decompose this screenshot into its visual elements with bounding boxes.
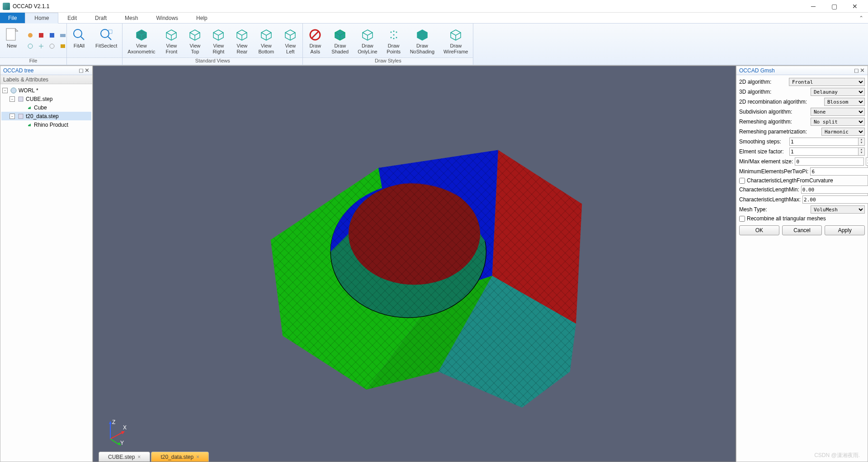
svg-line-58 <box>110 432 123 439</box>
window-title: OCCAD V2.1.1 <box>13 3 49 10</box>
tab-draft[interactable]: Draft <box>86 13 116 23</box>
close-button[interactable]: ✕ <box>844 0 865 13</box>
tool-4[interactable] <box>58 30 68 40</box>
tree-root[interactable]: − WORL * <box>1 86 91 95</box>
fitall-button[interactable]: FitAll <box>68 24 90 57</box>
subdivision-select[interactable]: None <box>811 108 865 116</box>
spinner-icon[interactable]: ▲▼ <box>859 138 865 146</box>
fitselect-icon <box>99 28 113 42</box>
maximize-button[interactable]: ▢ <box>824 0 844 13</box>
tree-panel-title: OCCAD tree <box>3 67 33 74</box>
elementsize-factor-input[interactable] <box>789 148 859 156</box>
draw-noshading-button[interactable]: DrawNoShading <box>406 24 439 57</box>
remeshing-select[interactable]: No split <box>811 118 865 126</box>
undock-icon[interactable]: ◻ <box>854 67 859 74</box>
parametrization-select[interactable]: Harmonic <box>821 128 865 136</box>
tree-item[interactable]: −CUBE.step <box>1 95 91 103</box>
tab-home[interactable]: Home <box>25 13 58 24</box>
min-elements-twopi-input[interactable] <box>810 167 868 176</box>
cancel-button[interactable]: Cancel <box>782 225 822 235</box>
draw-onlyline-button[interactable]: DrawOnlyLine <box>354 24 381 57</box>
labels-attributes-header: Labels & Attributes <box>0 75 92 84</box>
charlen-max-input[interactable] <box>802 195 868 204</box>
recombination-select[interactable]: Blossom <box>824 98 865 106</box>
view-front-button[interactable]: ViewFront <box>160 24 183 57</box>
tool-1[interactable] <box>25 30 35 40</box>
tool-6[interactable] <box>36 41 46 51</box>
tool-7[interactable] <box>47 41 57 51</box>
view-right-button[interactable]: ViewRight <box>207 24 230 57</box>
view-left-button[interactable]: ViewLeft <box>279 24 302 57</box>
file-menu[interactable]: File <box>0 13 25 23</box>
smoothing-input[interactable] <box>789 138 859 146</box>
close-tab-icon[interactable]: × <box>196 454 199 460</box>
step-file-icon <box>17 113 24 120</box>
svg-rect-5 <box>60 34 66 37</box>
svg-text:Z: Z <box>112 419 115 425</box>
fitselect-button[interactable]: FitSeclect <box>91 24 121 57</box>
cube-icon <box>235 28 249 42</box>
tab-windows[interactable]: Windows <box>147 13 187 23</box>
mesh-render <box>93 66 736 462</box>
svg-point-11 <box>101 29 109 38</box>
cube-icon <box>188 28 202 42</box>
style-icon <box>415 28 429 42</box>
svg-point-9 <box>74 29 82 38</box>
svg-marker-1 <box>15 29 18 31</box>
max-element-input[interactable] <box>866 157 868 166</box>
view-rear-button[interactable]: ViewRear <box>231 24 253 57</box>
cube-icon <box>283 28 297 42</box>
tool-2[interactable] <box>36 30 46 40</box>
tab-help[interactable]: Help <box>187 13 217 23</box>
tool-3[interactable] <box>47 30 57 40</box>
curvature-checkbox[interactable] <box>739 178 745 184</box>
collapse-icon[interactable]: − <box>9 114 15 119</box>
ok-button[interactable]: OK <box>739 225 779 235</box>
new-button[interactable]: New <box>1 24 23 57</box>
3d-algorithm-select[interactable]: Delaunay <box>811 88 865 96</box>
document-tab[interactable]: CUBE.step× <box>99 452 150 462</box>
menubar: File Home Edit Draft Mesh Windows Help ⌃ <box>0 13 868 24</box>
tree-item[interactable]: Cube <box>1 103 91 112</box>
view-top-button[interactable]: ViewTop <box>184 24 206 57</box>
tab-edit[interactable]: Edit <box>58 13 86 23</box>
tool-8[interactable] <box>58 41 68 51</box>
apply-button[interactable]: Apply <box>825 225 865 235</box>
svg-point-6 <box>28 44 33 48</box>
undock-icon[interactable]: ◻ <box>79 67 84 74</box>
ribbon-collapse-icon[interactable]: ⌃ <box>854 13 868 23</box>
tree-item[interactable]: Rhino Product <box>1 120 91 129</box>
svg-point-29 <box>393 34 394 36</box>
min-element-input[interactable] <box>795 157 864 166</box>
svg-point-54 <box>349 183 480 285</box>
close-panel-icon[interactable]: ✕ <box>860 67 865 74</box>
draw-asis-button[interactable]: DrawAsIs <box>304 24 326 57</box>
spinner-icon[interactable]: ▲▼ <box>859 148 865 156</box>
world-icon <box>10 87 17 94</box>
view-bottom-button[interactable]: ViewBottom <box>254 24 278 57</box>
tree-item[interactable]: −t20_data.step <box>1 112 91 120</box>
recombine-checkbox[interactable] <box>739 216 745 222</box>
2d-algorithm-select[interactable]: Frontal <box>789 78 865 86</box>
minimize-button[interactable]: ─ <box>803 0 824 13</box>
svg-rect-3 <box>39 33 43 38</box>
svg-line-12 <box>108 37 111 40</box>
draw-shaded-button[interactable]: DrawShaded <box>327 24 353 57</box>
draw-points-button[interactable]: DrawPoints <box>382 24 405 57</box>
close-tab-icon[interactable]: × <box>137 454 141 460</box>
draw-wireframe-button[interactable]: DrawWireFrame <box>439 24 472 57</box>
collapse-icon[interactable]: − <box>9 96 15 102</box>
3d-viewport[interactable]: Z X Y CUBE.step×t20_data.step× <box>93 66 736 462</box>
svg-point-25 <box>390 32 392 33</box>
document-tab[interactable]: t20_data.step× <box>151 452 209 462</box>
view-axonometric-button[interactable]: ViewAxonometric <box>123 24 159 57</box>
collapse-icon[interactable]: − <box>2 88 8 93</box>
svg-rect-37 <box>19 114 23 119</box>
close-panel-icon[interactable]: ✕ <box>85 67 90 74</box>
model-tree[interactable]: − WORL * −CUBE.stepCube−t20_data.stepRhi… <box>0 84 92 462</box>
tab-mesh[interactable]: Mesh <box>116 13 147 23</box>
meshtype-select[interactable]: VoluMesh <box>811 205 865 214</box>
tool-5[interactable] <box>25 41 35 51</box>
cube-icon <box>259 28 274 42</box>
charlen-min-input[interactable] <box>801 186 868 194</box>
